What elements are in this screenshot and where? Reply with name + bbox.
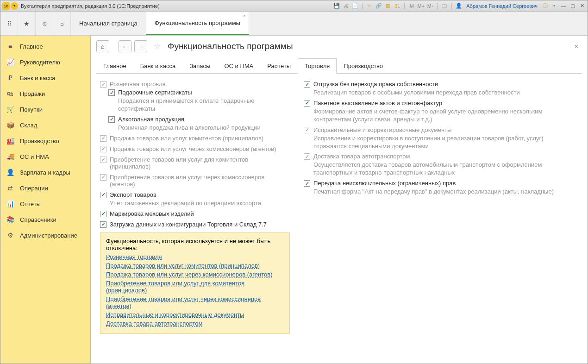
locked-link-3[interactable]: Приобретение товаров или услуг для комит… [106, 280, 284, 294]
label-komitent-buy: Приобретение товаров или услуг для комит… [110, 156, 290, 170]
locked-link-1[interactable]: Продажа товаров или услуг комитентов (пр… [106, 262, 284, 269]
desc-ship: Реализация товаров с особыми условиями п… [313, 89, 578, 97]
close-button[interactable]: ✕ [578, 3, 586, 9]
home-button[interactable]: ⌂ [96, 40, 109, 52]
menu-icon: ≡ [6, 42, 14, 50]
tab-start-page[interactable]: Начальная страница [71, 12, 146, 35]
desc-export: Учет таможенных деклараций по операциям … [110, 200, 290, 207]
sidebar-item-operations[interactable]: ⇄Операции [0, 180, 90, 196]
sidebar-item-reports[interactable]: 📊Отчеты [0, 196, 90, 212]
sidebar-item-production[interactable]: 🏭Производство [0, 133, 90, 149]
locked-link-5[interactable]: Исправительные и корректировочные докуме… [106, 311, 284, 318]
checkbox-correct [304, 127, 310, 133]
subtab-assets[interactable]: ОС и НМА [217, 58, 260, 74]
sidebar-label: Банк и касса [20, 75, 56, 82]
print-icon[interactable]: 🖨 [342, 2, 350, 10]
minimize-button[interactable]: — [560, 3, 567, 9]
locked-link-4[interactable]: Приобретение товаров или услуг через ком… [106, 295, 284, 309]
favorites-icon[interactable]: ★ [18, 12, 36, 35]
subtab-main[interactable]: Главное [96, 58, 133, 74]
label-agent-buy: Приобретение товаров или услуг через ком… [110, 174, 290, 188]
sidebar-item-warehouse[interactable]: 📦Склад [0, 117, 90, 133]
forward-button[interactable]: → [134, 40, 147, 52]
link-icon[interactable]: 🔗 [375, 2, 382, 10]
locked-features-box: Функциональность, которая используется и… [100, 232, 290, 334]
label-export: Экспорт товаров [110, 191, 156, 198]
history-icon[interactable]: ⎋ [36, 12, 53, 35]
sidebar-item-hr[interactable]: 👤Зарплата и кадры [0, 164, 90, 180]
subtab-payments[interactable]: Расчеты [260, 58, 298, 74]
tab-functionality[interactable]: Функциональность программы × [146, 12, 249, 35]
locked-link-6[interactable]: Доставка товара автотранспортом [106, 320, 284, 327]
checkbox-ship[interactable] [304, 81, 310, 88]
sidebar-item-purchases[interactable]: 🛒Покупки [0, 101, 90, 117]
m-plus-button[interactable]: M+ [417, 2, 425, 10]
calc-icon[interactable]: ▦ [384, 2, 392, 10]
user-name[interactable]: Абрамов Геннадий Сергеевич [464, 3, 539, 9]
label-delivery: Доставка товара автотранспортом [313, 153, 410, 160]
save-icon[interactable]: 💾 [333, 2, 340, 10]
truck-icon: 🚚 [6, 152, 14, 161]
tab-close-icon[interactable]: × [243, 13, 246, 19]
back-button[interactable]: ← [119, 40, 131, 52]
subtab-bank[interactable]: Банк и касса [133, 58, 183, 74]
desc-delivery: Осуществляется доставка товаров автомоби… [313, 161, 578, 177]
sidebar-label: Главное [20, 43, 43, 50]
maximize-button[interactable]: ▢ [569, 3, 576, 9]
gear-icon: ⚙ [6, 231, 14, 239]
favorite-star-icon[interactable]: ☆ [154, 41, 161, 51]
m-button[interactable]: M [408, 2, 415, 10]
locked-link-0[interactable]: Розничная торговля [106, 253, 284, 260]
checkbox-agent-buy [100, 174, 106, 181]
sidebar-item-manager[interactable]: 📈Руководителю [0, 54, 90, 70]
sidebar-item-catalogs[interactable]: 📚Справочники [0, 212, 90, 227]
checkbox-batch[interactable] [304, 100, 310, 107]
subtab-production[interactable]: Производство [337, 58, 390, 74]
info-dropdown-icon[interactable]: ▾ [550, 2, 558, 10]
window-title: Бухгалтерия предприятия, редакция 3.0 (1… [21, 3, 333, 9]
checkbox-retail [100, 81, 106, 88]
checkbox-delivery [304, 153, 310, 160]
doc-icon[interactable]: 📄 [351, 2, 359, 10]
label-batch: Пакетное выставление актов и счетов-факт… [313, 100, 442, 107]
checkbox-export[interactable] [100, 192, 106, 198]
locked-link-2[interactable]: Продажа товаров или услуг через комиссио… [106, 271, 284, 278]
subtab-trade[interactable]: Торговля [298, 58, 337, 74]
sidebar-label: Администрирование [20, 232, 77, 239]
app-logo-icon: 1c [2, 2, 10, 10]
desc-gift: Продаются и принимаются к оплате подароч… [118, 97, 290, 113]
checkbox-rights[interactable] [304, 180, 310, 187]
app-menu-dropdown-icon[interactable]: ▾ [11, 2, 18, 10]
star-icon[interactable]: ☆ [366, 2, 373, 10]
sidebar-item-bank[interactable]: ₽Банк и касса [0, 70, 90, 86]
sidebar-item-assets[interactable]: 🚚ОС и НМА [0, 149, 90, 164]
label-correct: Исправительные и корректировочные докуме… [313, 126, 451, 133]
desc-alco: Розничная продажа пива и алкогольной про… [118, 124, 290, 132]
m-minus-button[interactable]: M- [426, 2, 434, 10]
page-close-button[interactable]: × [571, 43, 582, 50]
apps-icon[interactable]: ⠿ [0, 12, 18, 35]
label-fur: Маркировка меховых изделий [110, 210, 194, 217]
sidebar-label: Покупки [20, 106, 43, 113]
sidebar-item-main[interactable]: ≡Главное [0, 38, 90, 54]
checkbox-alco[interactable] [108, 116, 115, 123]
sidebar-item-admin[interactable]: ⚙Администрирование [0, 227, 90, 243]
info-icon[interactable]: ⓘ [541, 2, 549, 10]
sidebar: ≡Главное 📈Руководителю ₽Банк и касса 🛍Пр… [0, 36, 91, 364]
sidebar-label: Продажи [20, 90, 45, 97]
panels-icon[interactable]: ▢ [441, 2, 448, 10]
subtab-stock[interactable]: Запасы [182, 58, 217, 74]
sidebar-label: Операции [20, 185, 48, 192]
checkbox-gift[interactable] [108, 89, 115, 96]
calendar-icon[interactable]: 31 [394, 2, 401, 10]
sidebar-label: Производство [20, 138, 59, 144]
search-icon[interactable]: ⌕ [53, 12, 71, 35]
sidebar-item-sales[interactable]: 🛍Продажи [0, 86, 90, 101]
user-icon: 👤 [455, 2, 463, 10]
checkbox-fur[interactable] [100, 211, 106, 217]
right-column: Отгрузка без перехода права собственност… [304, 79, 578, 358]
left-column: Розничная торговля Подарочные сертификат… [100, 79, 290, 358]
books-icon: 📚 [6, 215, 14, 224]
sidebar-label: Отчеты [20, 201, 41, 207]
checkbox-load77[interactable] [100, 221, 106, 228]
